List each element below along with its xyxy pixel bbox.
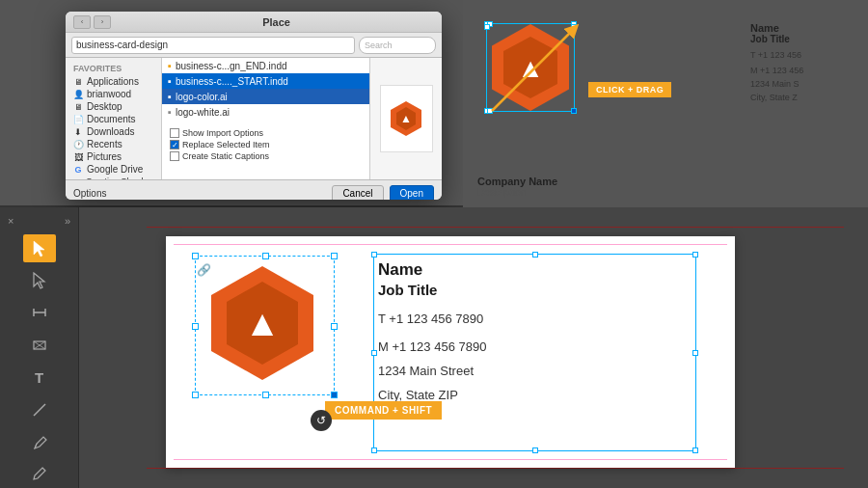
file-item-start[interactable]: ▪ business-c...._START.indd [162, 73, 369, 89]
downloads-label: Downloads [87, 126, 134, 137]
type-tool-button[interactable]: T [23, 364, 56, 392]
frame-tool-icon [31, 337, 48, 354]
pencil-tool-icon [31, 465, 48, 482]
desktop-label: Desktop [87, 101, 122, 112]
direct-select-tool-icon [31, 272, 48, 289]
file-item-logo-white[interactable]: ▪ logo-white.ai [162, 104, 369, 120]
line-tool-icon [31, 401, 48, 419]
sidebar-item-creativecloud[interactable]: ☁ Creative Cloud Files [66, 176, 161, 179]
top-address2: City, State Z [750, 93, 860, 102]
checkbox-label-import: Show Import Options [182, 128, 263, 138]
nav-fwd-button[interactable]: › [94, 15, 111, 29]
documents-label: Documents [87, 114, 136, 124]
top-name: Name [750, 22, 860, 34]
file-name-end: business-c...gn_END.indd [176, 61, 287, 71]
frame-tool-button[interactable] [23, 331, 56, 359]
checkbox-label-replace: Replace Selected Item [182, 140, 270, 149]
downloads-icon: ⬇ [73, 127, 83, 137]
sel-handle-tr [331, 253, 338, 259]
search-placeholder: Search [365, 41, 393, 50]
cancel-button[interactable]: Cancel [332, 185, 383, 201]
direct-select-tool-button[interactable] [23, 266, 56, 294]
toolbar-collapse-button[interactable]: » [65, 215, 70, 227]
creativecloud-label: Creative Cloud Files [86, 176, 153, 179]
sidebar-item-brianwood[interactable]: 👤 brianwood [66, 88, 161, 100]
pictures-label: Pictures [87, 151, 122, 162]
card-text-content: Name Job Title T +1 123 456 7890 M +1 12… [378, 260, 716, 402]
description-label: Description [477, 187, 557, 198]
search-bar[interactable]: Search [359, 37, 436, 54]
file-icon-start: ▪ [168, 75, 172, 87]
file-name-start: business-c...._START.indd [176, 76, 288, 87]
applications-label: Applications [87, 76, 139, 87]
selection-tool-button[interactable] [23, 234, 56, 262]
svg-line-6 [492, 29, 574, 111]
recents-label: Recents [87, 139, 122, 149]
top-phone-m: M +1 123 456 [750, 66, 860, 75]
gap-tool-button[interactable] [23, 299, 56, 327]
card-address-2: City, State ZIP [378, 388, 716, 402]
favorites-label: Favorites [66, 62, 161, 75]
checkbox-box-import[interactable] [170, 128, 179, 138]
pictures-icon: 🖼 [73, 152, 83, 162]
card-guide-bottom [174, 459, 727, 460]
dialog-nav-buttons: ‹ › [73, 15, 111, 29]
card-phone-m: M +1 123 456 7890 [378, 339, 716, 354]
company-name: Company Name [477, 176, 557, 187]
sidebar-item-googledrive[interactable]: G Google Drive [66, 163, 161, 176]
googledrive-icon: G [73, 165, 83, 175]
card-job-title: Job Title [378, 282, 716, 298]
checkbox-show-import[interactable]: Show Import Options [170, 127, 362, 139]
card-phone-t: T +1 123 456 7890 [378, 312, 716, 326]
sidebar-item-pictures[interactable]: 🖼 Pictures [66, 150, 161, 163]
command-shift-label: COMMAND + SHIFT [335, 405, 432, 416]
sidebar-item-documents[interactable]: 📄 Documents [66, 113, 161, 125]
documents-icon: 📄 [73, 115, 83, 124]
sidebar-item-applications[interactable]: 🖥 Applications [66, 75, 161, 88]
svg-text:▲: ▲ [244, 303, 281, 343]
dialog-title: Place [119, 16, 434, 28]
breadcrumb-bar[interactable]: business-card-design [71, 37, 355, 54]
checkbox-replace[interactable]: ✓ Replace Selected Item [170, 139, 362, 150]
card-guide-top [174, 244, 727, 245]
top-address1: 1234 Main S [750, 79, 860, 89]
text-sel-bm [532, 447, 538, 453]
checkbox-captions[interactable]: Create Static Captions [170, 150, 362, 162]
sidebar-item-recents[interactable]: 🕐 Recents [66, 138, 161, 150]
toolbar-close-button[interactable]: × [8, 215, 14, 227]
pencil-tool-button[interactable] [23, 460, 56, 488]
sel-handle-bl [192, 392, 199, 398]
text-sel-tl [371, 252, 377, 258]
file-item-logo-color[interactable]: ▪ logo-color.ai [162, 89, 369, 104]
googledrive-label: Google Drive [87, 164, 143, 175]
checkbox-box-captions[interactable] [170, 151, 179, 161]
file-item-end[interactable]: ▪ business-c...gn_END.indd [162, 58, 369, 73]
dialog-title-bar: ‹ › Place [66, 12, 442, 33]
open-button[interactable]: Open [390, 185, 434, 201]
logo-hexagon: ▲ [200, 260, 325, 386]
line-tool-button[interactable] [23, 395, 56, 423]
sidebar-panel: Favorites 🖥 Applications 👤 brianwood 🖥 D… [66, 58, 162, 179]
company-area: Company Name Description [477, 176, 557, 198]
card-address-1: 1234 Main Street [378, 364, 716, 378]
checkbox-label-captions: Create Static Captions [182, 151, 269, 161]
pen-tool-icon [31, 433, 48, 450]
sidebar-item-desktop[interactable]: 🖥 Desktop [66, 100, 161, 113]
sidebar-item-downloads[interactable]: ⬇ Downloads [66, 125, 161, 138]
top-text-area: Name Job Title T +1 123 456 M +1 123 456… [743, 14, 868, 110]
svg-marker-8 [34, 273, 44, 288]
brianwood-icon: 👤 [73, 90, 83, 99]
logo-container: ▲ [200, 260, 335, 395]
file-icon-logo-color: ▪ [168, 91, 172, 102]
desktop-icon: 🖥 [73, 102, 83, 112]
dialog-body: Favorites 🖥 Applications 👤 brianwood 🖥 D… [66, 58, 442, 179]
top-logo-area: ▲ [482, 19, 588, 125]
main-canvas: 🔗 ▲ [79, 207, 868, 488]
options-label[interactable]: Options [73, 188, 326, 199]
top-section: ‹ › Place business-card-design Search Fa… [0, 0, 868, 207]
top-canvas-preview: ▲ [463, 0, 868, 207]
pen-tool-button[interactable] [23, 427, 56, 455]
checkbox-box-replace[interactable]: ✓ [170, 140, 179, 149]
nav-back-button[interactable]: ‹ [73, 15, 91, 29]
command-shift-badge: COMMAND + SHIFT [325, 401, 442, 420]
